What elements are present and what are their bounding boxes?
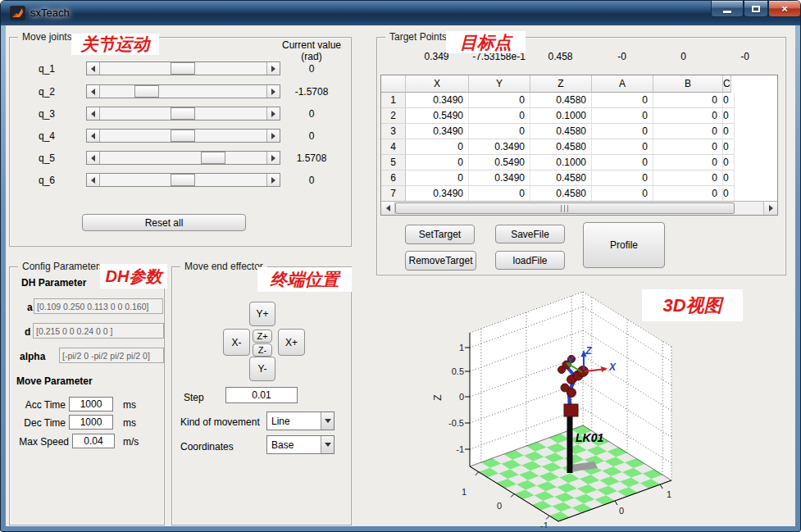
acc-time-input[interactable]: 1000 — [69, 397, 113, 412]
jog-y-plus-button[interactable]: Y+ — [249, 302, 275, 326]
table-cell[interactable]: 0.1000 — [530, 155, 592, 171]
slider-right-arrow-icon[interactable] — [266, 85, 280, 98]
table-cell[interactable]: 0 — [469, 186, 530, 202]
minimize-button[interactable] — [711, 1, 744, 17]
joint-slider[interactable] — [86, 107, 280, 120]
hscroll-thumb[interactable] — [395, 202, 735, 214]
table-cell[interactable]: 0.3490 — [406, 186, 469, 202]
dh-a-input[interactable]: [0.109 0.250 0.113 0 0 0.160] — [34, 298, 163, 314]
table-cell[interactable]: 0 — [653, 171, 723, 186]
slider-thumb[interactable] — [171, 62, 195, 75]
joint-slider[interactable] — [86, 61, 280, 75]
movement-select[interactable]: Line — [266, 412, 335, 430]
row-number[interactable]: 3 — [381, 124, 406, 139]
slider-thumb[interactable] — [171, 130, 195, 142]
coordinates-select[interactable]: Base — [266, 435, 335, 454]
table-cell[interactable]: 0 — [653, 108, 723, 124]
slider-left-arrow-icon[interactable] — [87, 174, 100, 186]
table-cell[interactable]: 0.3490 — [406, 124, 469, 139]
slider-right-arrow-icon[interactable] — [266, 152, 280, 164]
slider-thumb[interactable] — [171, 174, 195, 186]
jog-z-minus-button[interactable]: Z- — [253, 343, 272, 357]
slider-right-arrow-icon[interactable] — [266, 174, 280, 186]
slider-left-arrow-icon[interactable] — [87, 85, 100, 98]
table-cell[interactable]: 0 — [592, 171, 653, 186]
table-cell[interactable]: 0 — [653, 155, 723, 171]
table-cell[interactable]: 0 — [723, 171, 735, 186]
hscroll-left-arrow-icon[interactable] — [381, 202, 395, 215]
row-number[interactable]: 5 — [381, 155, 406, 171]
row-number[interactable]: 1 — [381, 93, 406, 108]
max-speed-input[interactable]: 0.04 — [72, 434, 115, 448]
joint-slider[interactable] — [86, 173, 280, 187]
coordinates-dropdown-arrow-icon[interactable] — [321, 436, 334, 453]
jog-x-minus-button[interactable]: X- — [223, 329, 250, 356]
slider-left-arrow-icon[interactable] — [87, 62, 100, 75]
table-cell[interactable]: 0 — [653, 139, 723, 155]
table-cell[interactable]: 0 — [406, 155, 469, 171]
settarget-button[interactable]: SetTarget — [405, 225, 475, 244]
row-number[interactable]: 4 — [381, 139, 406, 155]
table-cell[interactable]: 0.3490 — [469, 171, 530, 186]
table-row[interactable]: 70.349000.4580000 — [381, 186, 777, 202]
row-number[interactable]: 6 — [381, 171, 406, 186]
row-number[interactable]: 2 — [381, 108, 406, 124]
table-cell[interactable]: 0 — [653, 124, 723, 139]
slider-right-arrow-icon[interactable] — [266, 62, 280, 75]
table-cell[interactable]: 0.4580 — [530, 93, 592, 108]
joint-slider[interactable] — [86, 129, 280, 143]
table-cell[interactable]: 0.4580 — [530, 186, 592, 202]
target-points-table[interactable]: XYZABC 10.349000.458000020.549000.100000… — [380, 75, 778, 216]
titlebar[interactable]: sxTeach × — [1, 1, 800, 25]
slider-thumb[interactable] — [201, 152, 225, 164]
table-cell[interactable]: 0.4580 — [530, 124, 592, 139]
jog-z-plus-button[interactable]: Z+ — [253, 330, 272, 343]
savefile-button[interactable]: SaveFile — [495, 225, 565, 243]
step-input[interactable]: 0.01 — [225, 387, 298, 403]
slider-left-arrow-icon[interactable] — [87, 130, 100, 142]
table-header-cell[interactable]: A — [592, 75, 653, 93]
slider-thumb[interactable] — [134, 85, 159, 98]
table-header-cell[interactable]: Y — [469, 75, 530, 93]
loadfile-button[interactable]: loadFile — [495, 251, 565, 270]
table-cell[interactable]: 0 — [592, 93, 653, 108]
table-cell[interactable]: 0.3490 — [469, 139, 530, 155]
reset-all-button[interactable]: Reset all — [82, 214, 246, 231]
close-button[interactable]: × — [768, 1, 801, 17]
dh-alpha-input[interactable]: [-pi/2 0 -pi/2 pi/2 pi/2 0] — [59, 348, 164, 363]
slider-left-arrow-icon[interactable] — [87, 107, 100, 120]
table-row[interactable]: 10.349000.4580000 — [381, 93, 777, 108]
table-row[interactable]: 600.34900.4580000 — [381, 171, 777, 186]
table-cell[interactable]: 0 — [653, 93, 723, 108]
table-row[interactable]: 400.34900.4580000 — [381, 139, 777, 155]
table-cell[interactable]: 0 — [592, 186, 653, 202]
table-cell[interactable]: 0 — [469, 93, 530, 108]
table-cell[interactable]: 0 — [469, 124, 530, 139]
jog-x-plus-button[interactable]: X+ — [278, 329, 305, 356]
removetarget-button[interactable]: RemoveTarget — [405, 251, 476, 271]
movement-dropdown-arrow-icon[interactable] — [321, 412, 334, 430]
jog-y-minus-button[interactable]: Y- — [249, 357, 275, 381]
table-row[interactable]: 30.349000.4580000 — [381, 124, 777, 139]
dec-time-input[interactable]: 1000 — [69, 415, 113, 430]
maximize-button[interactable] — [744, 1, 768, 17]
table-cell[interactable]: 0.5490 — [469, 155, 530, 171]
table-header-cell[interactable]: Z — [530, 75, 592, 93]
table-cell[interactable]: 0.4580 — [530, 171, 592, 186]
slider-right-arrow-icon[interactable] — [266, 107, 280, 120]
table-row[interactable]: 20.549000.1000000 — [381, 108, 777, 124]
table-cell[interactable]: 0 — [592, 108, 653, 124]
table-cell[interactable]: 0.5490 — [406, 108, 469, 124]
table-cell[interactable]: 0 — [723, 93, 735, 108]
table-cell[interactable]: 0 — [653, 186, 723, 202]
table-header-cell[interactable]: B — [653, 75, 723, 93]
table-cell[interactable]: 0 — [723, 186, 735, 202]
slider-right-arrow-icon[interactable] — [266, 130, 280, 142]
dh-d-input[interactable]: [0.215 0 0 0.24 0 0 ] — [33, 323, 164, 339]
table-cell[interactable]: 0.1000 — [530, 108, 592, 124]
table-cell[interactable]: 0 — [592, 124, 653, 139]
table-cell[interactable]: 0 — [406, 171, 469, 186]
table-cell[interactable]: 0 — [592, 139, 653, 155]
table-cell[interactable]: 0 — [469, 108, 530, 124]
table-cell[interactable]: 0.4580 — [530, 139, 592, 155]
